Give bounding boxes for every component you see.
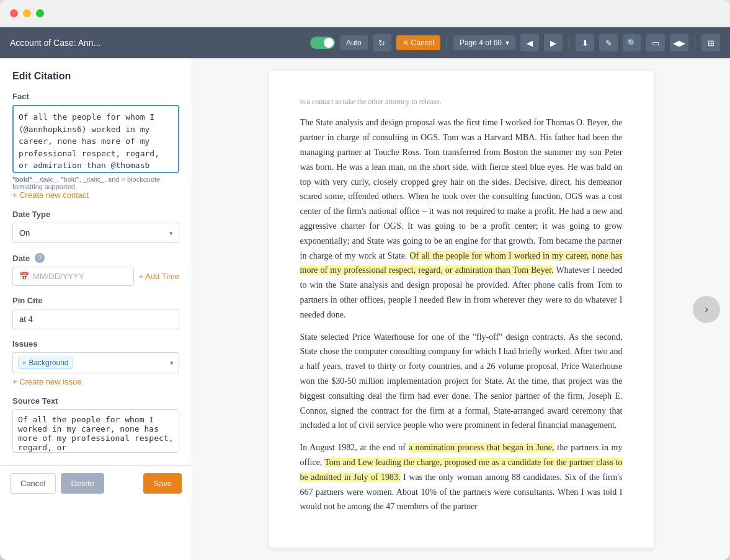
tag-remove-icon[interactable]: × [22,359,26,367]
toggle-switch[interactable] [310,37,335,49]
issues-field-group: Issues × Background ▾ + Create new issue [12,339,179,386]
next-page-button[interactable]: ▶ [544,34,563,51]
chevron-down-icon: ▾ [505,38,509,47]
next-page-arrow[interactable]: › [693,296,720,323]
collapse-icon: ◀▶ [673,38,685,48]
save-button[interactable]: Save [143,473,182,494]
refresh-button[interactable]: ↻ [373,34,391,51]
create-contact-link[interactable]: + Create new contact [12,190,179,200]
close-button[interactable] [10,9,18,17]
separator [447,37,447,49]
grid-icon: ⊞ [708,38,714,48]
download-button[interactable]: ⬇ [576,34,594,51]
edit-button[interactable]: ✎ [599,34,618,51]
search-icon: 🔍 [627,38,637,48]
app-title: Account of Case: Ann... [10,38,305,48]
maximize-button[interactable] [36,9,44,17]
fact-label: Fact [12,92,179,101]
pin-cite-label: Pin Cite [12,296,179,305]
paragraph-0: is a contact to take the other attorney … [300,96,623,108]
auto-button[interactable]: Auto [340,35,368,50]
formatting-hint: *bold*, _italic_, *bold*, _italic_, and … [12,176,179,190]
page-selector[interactable]: Page 4 of 60 ▾ [453,35,515,50]
cancel-toolbar-button[interactable]: ✕ Cancel [396,35,440,50]
app-toolbar: Account of Case: Ann... Auto ↻ ✕ Cancel … [0,27,730,58]
date-label: Date [12,254,30,263]
paragraph-1: The State analysis and design proposal w… [300,115,623,322]
chevron-right-icon: ▶ [550,38,556,48]
edit-citation-form: Edit Citation Fact Of all the people for… [0,58,192,465]
add-time-link[interactable]: + Add Time [139,272,179,281]
left-panel: Edit Citation Fact Of all the people for… [0,58,192,560]
layout-button[interactable]: ▭ [646,34,665,51]
highlight-1: Of all the people for whom I worked in m… [300,251,623,275]
app-window: Account of Case: Ann... Auto ↻ ✕ Cancel … [0,0,730,560]
background-tag[interactable]: × Background [18,357,73,369]
highlight-2: a nomination process that began in June, [409,443,554,452]
grid-button[interactable]: ⊞ [701,34,720,51]
cancel-button[interactable]: Cancel [10,473,56,494]
paragraph-2: State selected Price Waterhouse for one … [300,330,623,433]
panel-footer: Cancel Delete Save [0,465,192,501]
chevron-right-icon: › [705,303,708,316]
delete-button[interactable]: Delete [61,473,104,494]
source-text-textarea[interactable]: Of all the people for whom I worked in m… [12,409,179,453]
fact-textarea[interactable]: Of all the people for whom I (@annhopkin… [12,105,179,173]
separator2 [569,37,569,49]
date-type-select-wrapper: On Before After About ▾ [12,223,179,243]
minimize-button[interactable] [23,9,31,17]
issues-label: Issues [12,339,179,349]
paragraph-3: In August 1982, at the end of a nominati… [300,440,623,514]
date-type-label: Date Type [12,210,179,219]
download-icon: ⬇ [582,38,589,48]
issues-tag-wrapper[interactable]: × Background ▾ [12,352,179,373]
cancel-icon: ✕ [403,38,409,47]
date-input[interactable]: 📅 MM/DD/YYYY [12,267,134,286]
refresh-icon: ↻ [378,38,385,48]
chevron-down-icon: ▾ [170,359,174,367]
date-type-field-group: Date Type On Before After About ▾ [12,210,179,243]
fact-field-group: Fact Of all the people for whom I (@annh… [12,92,179,200]
layout-icon: ▭ [652,38,659,48]
title-bar [0,0,730,27]
tag-label: Background [29,358,68,367]
date-field-group: Date ? 📅 MM/DD/YYYY + Add Time [12,253,179,286]
help-icon[interactable]: ? [35,253,45,263]
prev-page-button[interactable]: ◀ [520,34,539,51]
pencil-icon: ✎ [605,38,612,48]
date-placeholder: MM/DD/YYYY [33,272,84,281]
source-text-label: Source Text [12,396,179,406]
document-page: is a contact to take the other attorney … [269,71,654,548]
create-issue-link[interactable]: + Create new issue [12,377,179,386]
chevron-left-icon: ◀ [527,38,533,48]
document-text: is a contact to take the other attorney … [300,96,623,514]
collapse-button[interactable]: ◀▶ [670,34,688,51]
calendar-icon: 📅 [19,272,29,281]
date-type-select[interactable]: On Before After About [12,223,179,243]
source-text-field-group: Source Text Of all the people for whom I… [12,396,179,453]
pin-cite-input[interactable] [12,309,179,329]
pin-cite-field-group: Pin Cite [12,296,179,329]
main-content: Edit Citation Fact Of all the people for… [0,58,730,560]
separator3 [695,37,695,49]
search-button[interactable]: 🔍 [623,34,641,51]
document-panel: is a contact to take the other attorney … [192,58,730,560]
panel-title: Edit Citation [12,71,179,82]
highlight-3: Tom and Lew leading the charge, proposed… [300,458,623,482]
